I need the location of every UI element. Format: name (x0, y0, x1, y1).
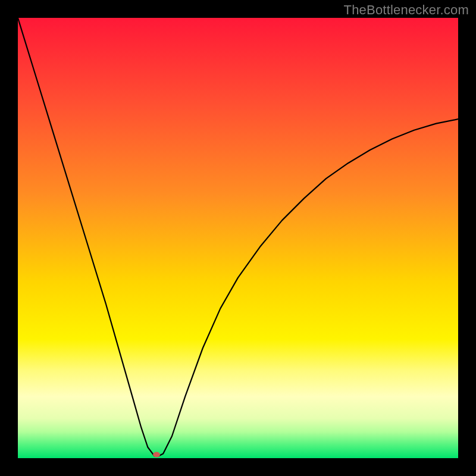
bottleneck-chart (18, 18, 458, 458)
gradient-background (18, 18, 458, 458)
chart-frame: TheBottlenecker.com (0, 0, 476, 476)
optimum-marker (153, 452, 160, 458)
watermark-text: TheBottlenecker.com (344, 2, 469, 18)
